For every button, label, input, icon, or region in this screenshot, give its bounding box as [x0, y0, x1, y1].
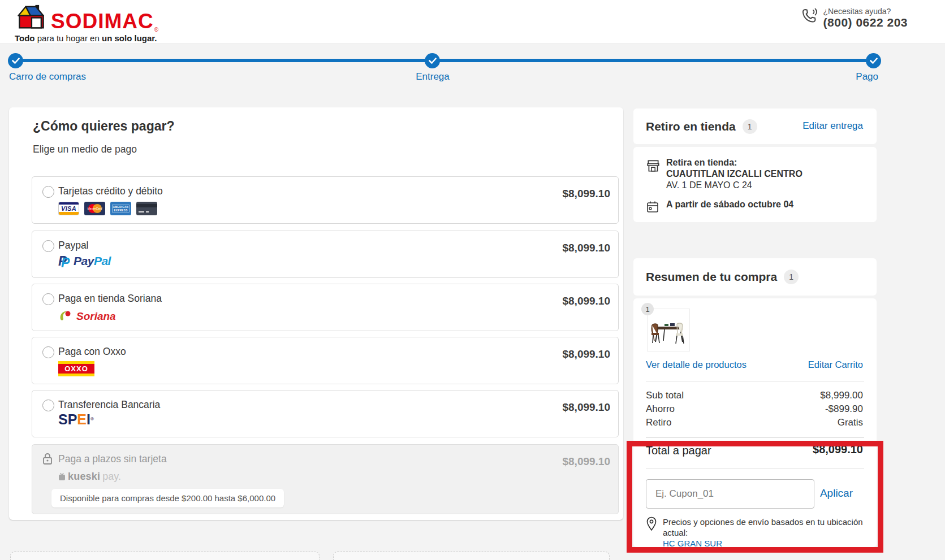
- availability-date: A partir de sábado octubre 04: [666, 199, 793, 209]
- item-qty-badge: 1: [641, 303, 654, 315]
- total-value: $8,099.10: [813, 443, 863, 456]
- payment-option-cards[interactable]: Tarjetas crédito y débito $8,099.10 VISA…: [32, 176, 619, 224]
- paypal-icon: PP: [58, 254, 71, 268]
- delivery-count-badge: 1: [743, 119, 757, 134]
- summary-detail-card: 1 Ver detalle de productos Editar: [633, 298, 877, 547]
- step-delivery[interactable]: Entrega: [376, 71, 489, 83]
- payment-option-oxxo[interactable]: Paga con Oxxo $8,099.10 OXXO: [32, 337, 619, 384]
- pickup-value: Gratis: [838, 417, 863, 428]
- delivery-title: Retiro en tienda: [646, 120, 736, 133]
- radio-oxxo[interactable]: [42, 346, 54, 358]
- option-price: $8,099.10: [562, 348, 610, 361]
- savings-value: -$899.90: [825, 403, 863, 415]
- savings-label: Ahorro: [646, 403, 675, 415]
- brand-name: SODIMAC: [51, 10, 154, 33]
- soriana-swoosh-icon: [58, 308, 73, 325]
- edit-delivery-link[interactable]: Editar entrega: [802, 120, 863, 132]
- payment-option-paypal[interactable]: Paypal $8,099.10 PP PayPal: [32, 231, 619, 278]
- subtotal-value: $8,999.00: [820, 390, 863, 401]
- mastercard-icon: MasterCard: [84, 202, 105, 215]
- location-link[interactable]: HC GRAN SUR: [663, 538, 877, 549]
- phone-icon: [800, 7, 818, 29]
- soriana-wordmark: Soriana: [76, 310, 116, 323]
- bottom-placeholder-right: [333, 552, 610, 560]
- paypal-wordmark: PayPal: [74, 254, 111, 268]
- summary-title: Resumen de tu compra: [646, 270, 777, 284]
- location-note-text: Precios y opciones de envío basados en t…: [663, 516, 877, 538]
- payment-methods-card: ¿Cómo quieres pagar? Elige un medio de p…: [9, 107, 623, 520]
- bottom-placeholder-left: [10, 552, 320, 560]
- lock-icon: [41, 452, 54, 468]
- pickup-label: Retiro: [646, 417, 671, 428]
- kueski-availability-note: Disponible para compras desde $200.00 ha…: [51, 489, 284, 507]
- kueski-icon: kueskipay.: [58, 471, 121, 483]
- sodimac-house-icon: [15, 4, 48, 33]
- edit-cart-link[interactable]: Editar Carrito: [808, 359, 863, 370]
- header: SODIMAC ® Todo para tu hogar en un solo …: [0, 0, 945, 44]
- amex-icon: AMERICANEXPRESS: [110, 202, 131, 215]
- payment-option-soriana[interactable]: Paga en tienda Soriana $8,099.10 Soriana: [32, 284, 619, 331]
- summary-header-card: Resumen de tu compra 1: [633, 258, 877, 296]
- total-label: Total a pagar: [646, 444, 711, 457]
- option-price: $8,099.10: [562, 455, 610, 468]
- apply-coupon-button[interactable]: Aplicar: [820, 487, 853, 500]
- brand-tagline: Todo para tu hogar en un solo lugar.: [15, 33, 158, 43]
- generic-card-icon: [136, 202, 157, 215]
- progress-step1-check-icon: [8, 53, 23, 68]
- progress-line: [16, 59, 874, 62]
- brand-reg-mark: ®: [154, 27, 158, 33]
- delivery-detail-card: Retira en tienda: CUAUTITLAN IZCALLI CEN…: [633, 147, 877, 222]
- store-name: CUAUTITLAN IZCALLI CENTRO: [666, 168, 802, 180]
- radio-spei[interactable]: [42, 400, 54, 411]
- option-label: Paga a plazos sin tarjeta: [58, 453, 167, 465]
- store-label: Retira en tienda:: [666, 157, 802, 168]
- store-icon: [646, 158, 662, 191]
- coupon-input[interactable]: [646, 479, 814, 509]
- payment-subtitle: Elige un medio de pago: [33, 144, 137, 155]
- step-cart[interactable]: Carro de compras: [9, 71, 86, 83]
- visa-icon: VISA: [58, 202, 79, 215]
- card-brand-logos: VISA MasterCard AMERICANEXPRESS: [58, 202, 157, 215]
- sodimac-logo[interactable]: SODIMAC ® Todo para tu hogar en un solo …: [15, 4, 158, 43]
- store-address: AV. 1 DE MAYO C 24: [666, 180, 802, 191]
- step-payment[interactable]: Pago: [856, 71, 878, 83]
- summary-count-badge: 1: [784, 270, 799, 284]
- option-label: Transferencia Bancaria: [58, 399, 160, 411]
- option-label: Paga en tienda Soriana: [58, 293, 162, 305]
- option-price: $8,099.10: [562, 188, 610, 200]
- option-price: $8,099.10: [562, 401, 610, 414]
- progress-step3-check-icon: [866, 53, 881, 68]
- progress-step2-check-icon: [425, 53, 440, 68]
- oxxo-icon: OXXO: [58, 361, 94, 376]
- help-phone-number[interactable]: (800) 0622 203: [823, 16, 908, 29]
- option-price: $8,099.10: [562, 242, 610, 254]
- radio-cards[interactable]: [42, 186, 54, 198]
- payment-option-kueski: Paga a plazos sin tarjeta $8,099.10 kues…: [32, 444, 619, 514]
- radio-soriana[interactable]: [42, 293, 54, 305]
- help-contact: ¿Necesitas ayuda? (800) 0622 203: [800, 7, 908, 29]
- payment-title: ¿Cómo quieres pagar?: [33, 119, 174, 134]
- view-products-link[interactable]: Ver detalle de productos: [646, 359, 746, 370]
- calendar-icon: [646, 200, 662, 216]
- help-question: ¿Necesitas ayuda?: [823, 7, 908, 16]
- option-label: Paypal: [58, 240, 89, 251]
- delivery-header-card: Retiro en tienda 1 Editar entrega: [633, 108, 877, 144]
- payment-option-spei[interactable]: Transferencia Bancaria $8,099.10 SPEI®: [32, 390, 619, 437]
- radio-paypal[interactable]: [42, 240, 54, 252]
- subtotal-label: Sub total: [646, 390, 684, 401]
- product-thumbnail: [647, 309, 690, 351]
- spei-icon: SPEI®: [58, 412, 94, 427]
- option-label: Tarjetas crédito y débito: [58, 185, 163, 197]
- option-label: Paga con Oxxo: [58, 346, 126, 358]
- checkout-page: SODIMAC ® Todo para tu hogar en un solo …: [0, 0, 945, 560]
- option-price: $8,099.10: [562, 295, 610, 307]
- location-pin-icon: [646, 516, 657, 549]
